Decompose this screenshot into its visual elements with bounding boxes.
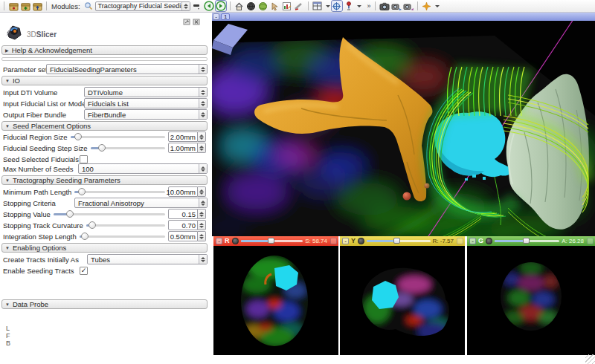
- module-history-icon[interactable]: [192, 1, 202, 11]
- crosshair-icon[interactable]: [332, 1, 342, 11]
- module-search-icon[interactable]: [83, 1, 94, 11]
- home-module-icon[interactable]: [234, 1, 245, 11]
- stopping-track-curvature-value[interactable]: 0.70: [168, 220, 198, 230]
- yellow-collapse-button[interactable]: -: [342, 238, 349, 244]
- yellow-slice-controller-bar: - Y R: -7.57: [340, 236, 465, 246]
- toolbar-overflow-chevron[interactable]: »: [367, 2, 371, 10]
- threed-scene-canvas: [212, 21, 595, 236]
- seed-selected-fiducials-row: Seed Selected Fiducials: [0, 154, 209, 164]
- add-data-icon[interactable]: [20, 1, 30, 11]
- toolbar-separator: [230, 1, 231, 10]
- seed-selected-fiducials-checkbox[interactable]: [80, 155, 88, 163]
- probe-label-L: L: [6, 325, 10, 332]
- red-pin-button[interactable]: [330, 238, 337, 244]
- green-collapse-button[interactable]: -: [469, 238, 476, 244]
- module-selector-arrows[interactable]: [181, 2, 190, 10]
- yellow-slice-view[interactable]: - Y R: -7.57: [340, 236, 465, 355]
- io-header[interactable]: ▼ IO: [1, 76, 208, 85]
- sparkle-icon[interactable]: [422, 1, 432, 11]
- red-slice-label: R: [225, 238, 230, 244]
- minimum-path-length-value[interactable]: 10.00mm: [168, 186, 198, 197]
- dark-globe-icon[interactable]: [246, 1, 257, 11]
- pointer-icon[interactable]: [270, 1, 280, 11]
- sceneview-restore-icon[interactable]: [403, 1, 414, 11]
- max-number-of-seeds-input[interactable]: 100: [78, 163, 208, 174]
- module-forward-icon[interactable]: [216, 1, 226, 11]
- fiducial-region-size-row: Fiducial Region Size 2.00mm: [0, 131, 209, 142]
- annotation-ruler-icon[interactable]: [294, 1, 304, 11]
- edit-chart-icon[interactable]: [282, 1, 292, 11]
- red-slice-offset: S: 58.74: [305, 238, 327, 244]
- fiducial-dropdown-arrow[interactable]: [357, 5, 361, 7]
- input-dti-volume-selector[interactable]: DTIVolume: [84, 87, 208, 97]
- fiducial-seeding-step-value[interactable]: 1.00mm: [168, 143, 198, 153]
- fiducial-region-size-spin[interactable]: [198, 131, 206, 142]
- enabling-options-header[interactable]: ▼ Enabling Options: [1, 243, 208, 253]
- fiducial-seeding-step-slider[interactable]: [91, 147, 165, 149]
- yellow-visibility-eye-icon[interactable]: [358, 238, 364, 244]
- red-collapse-button[interactable]: -: [216, 238, 222, 244]
- parameter-set-label: Parameter set: [0, 65, 48, 74]
- fiducial-region-size-value[interactable]: 2.00mm: [168, 131, 198, 142]
- help-acknowledgement-header[interactable]: ▶ Help & Acknowledgement: [1, 45, 208, 55]
- green-slice-slider[interactable]: [495, 240, 559, 242]
- red-visibility-eye-icon[interactable]: [232, 238, 239, 244]
- data-probe-header[interactable]: ▼ Data Probe: [1, 299, 208, 309]
- sparkle-dropdown-arrow[interactable]: [435, 5, 440, 7]
- threed-view[interactable]: [212, 21, 595, 236]
- integration-step-length-slider[interactable]: [80, 235, 165, 238]
- collapsed-arrow-icon: ▶: [5, 48, 9, 53]
- red-slice-view[interactable]: - R S: 58.74: [213, 236, 338, 355]
- module-back-icon[interactable]: [204, 1, 214, 11]
- layout-grid-icon[interactable]: [312, 1, 323, 11]
- load-scene-icon[interactable]: [8, 1, 19, 11]
- panel-undock-icon[interactable]: [183, 15, 190, 28]
- green-slice-offset: A: 26.28: [562, 238, 584, 244]
- yellow-slice-slider[interactable]: [367, 240, 431, 242]
- module-selector[interactable]: Tractography Fiducial Seeding: [95, 1, 190, 11]
- green-slice-label: G: [478, 238, 483, 244]
- stopping-criteria-selector[interactable]: Fractional Anisotropy: [74, 198, 208, 208]
- red-slice-controller-bar: - R S: 58.74: [213, 236, 338, 246]
- panel-close-icon[interactable]: [193, 15, 200, 28]
- green-pin-button[interactable]: [587, 238, 594, 244]
- module-selector-value: Tractography Fiducial Seeding: [96, 2, 181, 10]
- screenshot-camera-icon[interactable]: [379, 1, 390, 11]
- window-resize-grip[interactable]: [585, 354, 595, 364]
- stopping-track-curvature-slider[interactable]: [86, 224, 165, 227]
- layout-dropdown-arrow[interactable]: [326, 5, 330, 7]
- minimum-path-length-slider[interactable]: [74, 191, 165, 193]
- threed-collapse-button[interactable]: -: [213, 13, 219, 20]
- tractography-parameters-header[interactable]: ▼ Tractography Seeding Parameters: [1, 175, 208, 185]
- sceneview-save-icon[interactable]: [391, 1, 402, 11]
- yellow-slice-image[interactable]: [340, 246, 465, 355]
- toolbar-separator: [4, 1, 4, 10]
- parameter-set-selector[interactable]: FiducialSeedingParameters: [46, 64, 208, 74]
- stopping-value-value[interactable]: 0.15: [168, 209, 198, 219]
- fiducial-seeding-step-row: Fiducial Seeding Step Size 1.00mm: [0, 143, 209, 153]
- threed-view-controller-bar[interactable]: - 1: [212, 13, 595, 21]
- green-visibility-eye-icon[interactable]: [486, 238, 492, 244]
- yellow-pin-button[interactable]: [457, 238, 463, 244]
- toolbar-separator: [308, 1, 309, 10]
- fiducial-pin-icon[interactable]: [344, 1, 354, 11]
- output-fiber-bundle-selector[interactable]: FiberBundle: [84, 109, 208, 120]
- enable-seeding-tracts-checkbox[interactable]: ✓: [80, 267, 88, 275]
- integration-step-length-value[interactable]: 0.50mm: [168, 231, 198, 241]
- seed-placement-header[interactable]: ▼ Seed Placement Options: [1, 121, 208, 131]
- green-slice-image[interactable]: [467, 246, 595, 355]
- input-fiducial-selector[interactable]: Fiducials List: [84, 98, 208, 108]
- yellow-slice-label: Y: [351, 238, 356, 244]
- slicer-logo-icon: [4, 22, 24, 45]
- fiducial-sphere[interactable]: [403, 192, 411, 201]
- green-slice-view[interactable]: - G A: 26.28: [467, 236, 595, 355]
- green-globe-icon[interactable]: [258, 1, 268, 11]
- save-scene-icon[interactable]: [32, 1, 42, 11]
- red-slice-image[interactable]: [213, 246, 338, 355]
- stopping-value-slider[interactable]: [54, 213, 165, 215]
- fiducial-region-size-slider[interactable]: [71, 136, 165, 138]
- red-slice-slider[interactable]: [241, 240, 303, 242]
- create-tracts-selector[interactable]: Tubes: [87, 254, 208, 264]
- probe-label-B: B: [6, 339, 10, 347]
- toolbar-separator: [375, 1, 376, 10]
